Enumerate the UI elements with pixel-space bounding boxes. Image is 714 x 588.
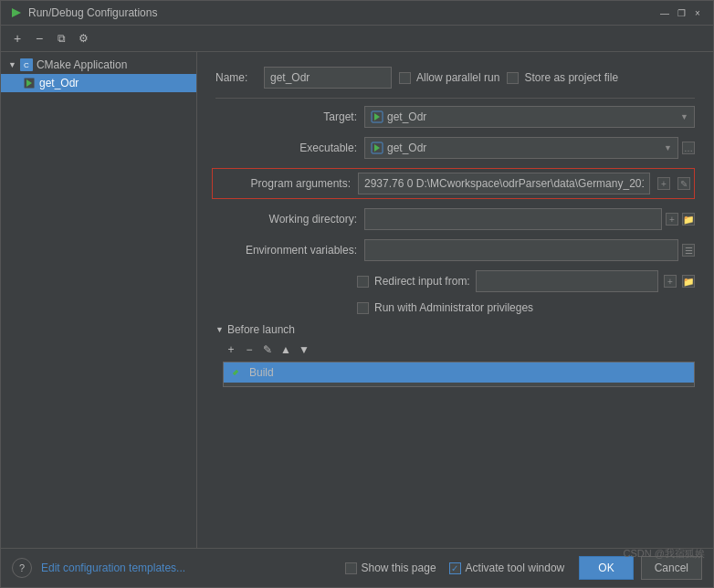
copy-config-button[interactable]: ⧉ bbox=[52, 29, 70, 47]
env-vars-label: Environment variables: bbox=[215, 244, 357, 257]
working-dir-browse-button[interactable]: 📁 bbox=[682, 213, 695, 226]
executable-browse-button[interactable]: … bbox=[682, 142, 695, 154]
title-bar-left: Run/Debug Configurations bbox=[10, 6, 157, 19]
svg-marker-0 bbox=[12, 8, 21, 17]
build-icon bbox=[231, 366, 244, 379]
allow-parallel-row: Allow parallel run bbox=[399, 71, 499, 84]
cmake-group-label: CMake Application bbox=[37, 58, 127, 71]
bottom-checkboxes: Show this page ✓ Activate tool window bbox=[345, 562, 565, 574]
env-vars-input[interactable] bbox=[364, 239, 678, 261]
executable-dropdown[interactable]: get_Odr ▼ bbox=[364, 137, 678, 159]
redirect-browse-button[interactable]: 📁 bbox=[682, 275, 695, 288]
program-args-add-button[interactable]: + bbox=[657, 177, 670, 190]
program-args-input[interactable] bbox=[358, 173, 650, 194]
executable-dropdown-content: get_Odr bbox=[371, 142, 426, 154]
show-page-checkbox[interactable] bbox=[345, 562, 357, 574]
cmake-group-header[interactable]: ▼ C CMake Application bbox=[1, 56, 196, 74]
program-arguments-row: Program arguments: + ✎ bbox=[212, 168, 695, 199]
show-page-item: Show this page bbox=[345, 562, 436, 574]
add-config-button[interactable]: + bbox=[8, 29, 26, 47]
working-dir-label: Working directory: bbox=[215, 213, 357, 226]
dialog-title: Run/Debug Configurations bbox=[28, 6, 157, 19]
ok-button[interactable]: OK bbox=[579, 556, 633, 580]
activate-tool-checkbox[interactable]: ✓ bbox=[449, 562, 461, 574]
before-launch-list: Build bbox=[223, 362, 695, 387]
target-dropdown[interactable]: get_Odr ▼ bbox=[364, 106, 695, 128]
app-icon bbox=[23, 77, 36, 89]
redirect-input-checkbox[interactable] bbox=[357, 276, 369, 288]
before-launch-label: Before launch bbox=[227, 323, 295, 336]
toolbar: + − ⧉ ⚙ bbox=[1, 26, 713, 52]
before-launch-toolbar: + − ✎ ▲ ▼ bbox=[223, 341, 695, 358]
executable-row: Executable: get_Odr ▼ … bbox=[215, 137, 695, 159]
env-vars-field: ☰ bbox=[364, 239, 695, 261]
env-vars-row: Environment variables: ☰ bbox=[215, 239, 695, 261]
content-area: ▼ C CMake Application get_Odr bbox=[1, 52, 713, 548]
working-dir-row: Working directory: + 📁 bbox=[215, 208, 695, 230]
cmake-icon: C bbox=[20, 58, 33, 71]
show-page-label: Show this page bbox=[362, 562, 436, 574]
cmake-group: ▼ C CMake Application get_Odr bbox=[1, 52, 196, 96]
redirect-add-button[interactable]: + bbox=[664, 275, 677, 288]
restore-button[interactable]: ❐ bbox=[675, 6, 688, 19]
run-admin-checkbox[interactable] bbox=[357, 302, 369, 314]
close-button[interactable]: × bbox=[691, 6, 704, 19]
target-icon bbox=[371, 110, 383, 123]
build-item-label: Build bbox=[249, 366, 274, 379]
before-launch-header: ▼ Before launch bbox=[215, 323, 695, 336]
working-dir-input[interactable] bbox=[364, 208, 662, 230]
minimize-button[interactable]: — bbox=[658, 6, 671, 19]
run-admin-row: Run with Administrator privileges bbox=[215, 301, 695, 314]
edit-templates-link[interactable]: Edit configuration templates... bbox=[41, 562, 185, 574]
settings-config-button[interactable]: ⚙ bbox=[74, 29, 92, 47]
redirect-input-label: Redirect input from: bbox=[374, 275, 470, 288]
allow-parallel-checkbox[interactable] bbox=[399, 72, 411, 84]
separator-1 bbox=[215, 98, 695, 99]
bottom-buttons: OK Cancel bbox=[579, 556, 702, 580]
target-row: Target: get_Odr ▼ bbox=[215, 106, 695, 128]
target-label: Target: bbox=[215, 110, 357, 123]
store-project-label: Store as project file bbox=[524, 71, 618, 84]
program-args-edit-button[interactable]: ✎ bbox=[677, 177, 690, 190]
before-launch-remove-button[interactable]: − bbox=[241, 341, 257, 358]
executable-icon bbox=[371, 142, 383, 154]
help-button[interactable]: ? bbox=[12, 558, 32, 578]
run-icon bbox=[10, 6, 23, 19]
program-args-label: Program arguments: bbox=[216, 177, 351, 190]
bottom-bar: ? Edit configuration templates... Show t… bbox=[1, 548, 713, 587]
remove-config-button[interactable]: − bbox=[30, 29, 48, 47]
env-vars-edit-button[interactable]: ☰ bbox=[682, 244, 695, 257]
redirect-input-row: Redirect input from: + 📁 bbox=[215, 270, 695, 292]
run-admin-label: Run with Administrator privileges bbox=[374, 301, 533, 314]
sidebar: ▼ C CMake Application get_Odr bbox=[1, 52, 197, 548]
sidebar-item-label: get_Odr bbox=[39, 77, 79, 89]
bottom-left: ? Edit configuration templates... bbox=[12, 558, 185, 578]
before-launch-chevron[interactable]: ▼ bbox=[215, 325, 224, 334]
name-row: Name: Allow parallel run Store as projec… bbox=[215, 67, 695, 89]
executable-label: Executable: bbox=[215, 142, 357, 154]
before-launch-up-button[interactable]: ▲ bbox=[278, 341, 294, 358]
before-launch-build-item[interactable]: Build bbox=[224, 362, 694, 383]
working-dir-add-button[interactable]: + bbox=[666, 213, 678, 226]
store-project-checkbox[interactable] bbox=[507, 72, 519, 84]
target-dropdown-arrow: ▼ bbox=[680, 112, 688, 121]
run-debug-dialog: Run/Debug Configurations — ❐ × + − ⧉ ⚙ ▼… bbox=[0, 0, 714, 588]
target-field: get_Odr ▼ bbox=[364, 106, 695, 128]
name-label: Name: bbox=[215, 71, 257, 84]
store-project-row: Store as project file bbox=[507, 71, 618, 84]
before-launch-down-button[interactable]: ▼ bbox=[296, 341, 312, 358]
executable-field: get_Odr ▼ … bbox=[364, 137, 695, 159]
title-bar: Run/Debug Configurations — ❐ × bbox=[1, 1, 713, 26]
before-launch-add-button[interactable]: + bbox=[223, 341, 239, 358]
allow-parallel-label: Allow parallel run bbox=[416, 71, 499, 84]
name-input[interactable] bbox=[264, 67, 392, 89]
target-value: get_Odr bbox=[387, 110, 426, 123]
executable-value: get_Odr bbox=[387, 142, 426, 154]
working-dir-field: + 📁 bbox=[364, 208, 695, 230]
cancel-button[interactable]: Cancel bbox=[641, 556, 702, 580]
before-launch-edit-button[interactable]: ✎ bbox=[259, 341, 276, 358]
sidebar-item-get-odr[interactable]: get_Odr bbox=[1, 74, 196, 92]
target-dropdown-content: get_Odr bbox=[371, 110, 426, 123]
activate-tool-item: ✓ Activate tool window bbox=[449, 562, 565, 574]
redirect-input-field[interactable] bbox=[476, 270, 658, 292]
